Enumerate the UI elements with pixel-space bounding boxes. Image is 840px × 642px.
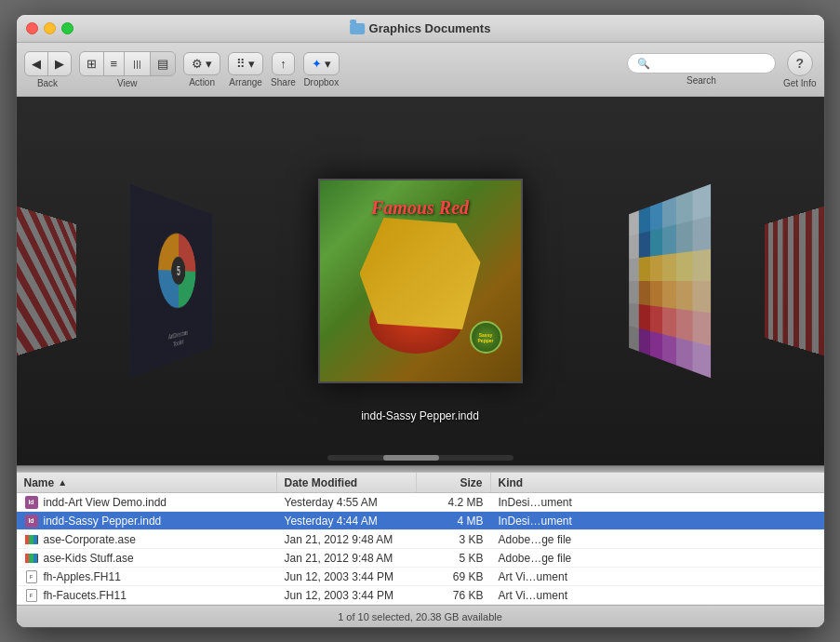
forward-button[interactable]: ▶ (48, 52, 71, 75)
file-row[interactable]: Ffh-Apples.FH11Jun 12, 2003 3:44 PM69 KB… (17, 568, 824, 586)
titlebar: Graphics Documents (17, 15, 824, 43)
coverflow-cover-right2 (764, 204, 823, 357)
file-icon-fh: F (24, 588, 39, 603)
adt-text: ArtDirectorsToolkit (167, 328, 187, 351)
coverflow-item-left2[interactable] (17, 204, 76, 357)
file-cell-modified: Jun 12, 2003 3:44 PM (277, 589, 417, 602)
search-box[interactable]: 🔍 (627, 53, 776, 74)
col-header-modified[interactable]: Date Modified (277, 473, 417, 492)
dropbox-button[interactable]: ✦ ▾ (303, 52, 340, 75)
coverflow-divider (17, 465, 824, 473)
coverflow-cover-right1 (629, 184, 711, 378)
coverflow-scrollbar-thumb (383, 455, 439, 461)
file-cell-modified: Jun 12, 2003 3:44 PM (277, 570, 417, 583)
arrange-button[interactable]: ⠿ ▾ (228, 52, 263, 75)
file-row[interactable]: Idindd-Sassy Pepper.inddYesterday 4:44 A… (17, 512, 824, 530)
coverflow-cover-left2 (17, 204, 76, 357)
back-button[interactable]: ◀ (25, 52, 48, 75)
coverflow-container: 5 ArtDirectorsToolkit Famous Red (17, 97, 824, 465)
dropbox-label: Dropbox (303, 77, 339, 87)
file-cell-size: 76 KB (417, 589, 491, 602)
back-label: Back (37, 78, 58, 88)
getinfo-label: Get Info (783, 78, 817, 88)
coverflow-item-center[interactable]: Famous Red SassyPepper (318, 179, 523, 383)
column-view-button[interactable]: ⫼ (125, 52, 151, 75)
traffic-lights (26, 22, 73, 34)
dropbox-group[interactable]: ✦ ▾ Dropbox (303, 52, 340, 87)
back-forward-buttons: ◀ ▶ (24, 51, 72, 76)
share-label: Share (271, 77, 296, 87)
file-icon-indd: Id (24, 495, 39, 510)
file-cell-name: ase-Kids Stuff.ase (17, 551, 277, 566)
file-cell-size: 5 KB (417, 552, 491, 565)
share-icon: ↑ (280, 57, 287, 71)
coverflow-area[interactable]: 5 ArtDirectorsToolkit Famous Red (17, 97, 824, 465)
action-button[interactable]: ⚙ ▾ (183, 52, 220, 75)
view-buttons: ⊞ ≡ ⫼ ▤ (79, 51, 177, 76)
file-cell-size: 4.2 MB (417, 496, 491, 509)
dropbox-chevron: ▾ (325, 57, 331, 71)
icon-view-button[interactable]: ⊞ (80, 52, 104, 75)
coverflow-center-label: indd-Sassy Pepper.indd (361, 409, 479, 422)
file-cell-modified: Yesterday 4:55 AM (277, 496, 417, 509)
file-cell-modified: Jan 21, 2012 9:48 AM (277, 552, 417, 565)
zoom-button[interactable] (61, 22, 73, 34)
action-label: Action (189, 77, 215, 87)
coverflow-view-button[interactable]: ▤ (151, 52, 175, 75)
adt-circle: 5 (158, 229, 195, 311)
col-header-size[interactable]: Size (417, 473, 491, 492)
file-cell-name: Ffh-Apples.FH11 (17, 569, 277, 584)
coverflow-item-right1[interactable] (629, 184, 711, 378)
arrange-group[interactable]: ⠿ ▾ Arrange (228, 52, 263, 87)
arrange-label: Arrange (229, 77, 262, 87)
col-header-name[interactable]: Name ▲ (17, 473, 277, 492)
file-cell-kind: InDesi…ument (491, 515, 824, 528)
search-label: Search (687, 75, 716, 86)
file-cell-name: Ffh-Faucets.FH11 (17, 588, 277, 603)
share-group[interactable]: ↑ Share (271, 52, 296, 87)
share-button[interactable]: ↑ (272, 52, 295, 75)
file-row[interactable]: Idindd-Art View Demo.inddYesterday 4:55 … (17, 493, 824, 512)
file-list-header: Name ▲ Date Modified Size Kind (17, 473, 824, 493)
file-icon-fh: F (24, 569, 39, 584)
file-cell-name: Idindd-Sassy Pepper.indd (17, 514, 277, 528)
file-cell-size: 3 KB (417, 533, 491, 546)
window-title: Graphics Documents (350, 21, 491, 35)
arrange-icon: ⠿ (236, 57, 246, 71)
search-input[interactable] (654, 57, 775, 70)
col-header-kind[interactable]: Kind (491, 473, 824, 492)
file-cell-size: 4 MB (417, 515, 491, 528)
coverflow-scrollbar[interactable] (327, 455, 513, 461)
file-cell-kind: InDesi…ument (491, 496, 824, 509)
file-cell-name: Idindd-Art View Demo.indd (17, 495, 277, 510)
search-group: 🔍 Search (627, 53, 776, 86)
action-group[interactable]: ⚙ ▾ Action (183, 52, 220, 87)
file-row[interactable]: Ffh-Faucets.FH11Jun 12, 2003 3:44 PM76 K… (17, 586, 824, 605)
coverflow-cover-left1: 5 ArtDirectorsToolkit (129, 184, 211, 378)
adt-inner: 5 (171, 256, 185, 285)
close-button[interactable] (26, 22, 38, 34)
file-row[interactable]: ase-Kids Stuff.aseJan 21, 2012 9:48 AM5 … (17, 549, 824, 568)
file-icon-ase (24, 532, 39, 547)
file-cell-modified: Yesterday 4:44 AM (277, 515, 417, 528)
view-group: ⊞ ≡ ⫼ ▤ View (79, 51, 177, 88)
getinfo-button[interactable]: ? (787, 50, 813, 76)
coverflow-cover-center: Famous Red SassyPepper (320, 181, 521, 381)
famous-red-title: Famous Red (371, 190, 469, 219)
file-cell-kind: Art Vi…ument (491, 570, 824, 583)
sassy-pepper-badge: SassyPepper (470, 321, 502, 354)
list-view-button[interactable]: ≡ (104, 52, 126, 75)
sort-arrow-name: ▲ (58, 477, 67, 488)
file-cell-size: 69 KB (417, 570, 491, 583)
coverflow-item-right2[interactable] (764, 204, 823, 357)
file-row[interactable]: ase-Corporate.aseJan 21, 2012 9:48 AM3 K… (17, 530, 824, 549)
coverflow-item-left1[interactable]: 5 ArtDirectorsToolkit (129, 184, 211, 378)
file-list: Name ▲ Date Modified Size Kind Idindd-Ar… (17, 473, 824, 605)
file-icon-indd: Id (24, 514, 39, 528)
adt-logo: 5 (146, 206, 203, 333)
arrange-chevron: ▾ (248, 57, 255, 71)
getinfo-group[interactable]: ? Get Info (783, 50, 817, 88)
minimize-button[interactable] (44, 22, 56, 34)
statusbar: 1 of 10 selected, 20.38 GB available (17, 605, 824, 627)
toolbar: ◀ ▶ Back ⊞ ≡ ⫼ ▤ View ⚙ ▾ Action (17, 43, 824, 97)
